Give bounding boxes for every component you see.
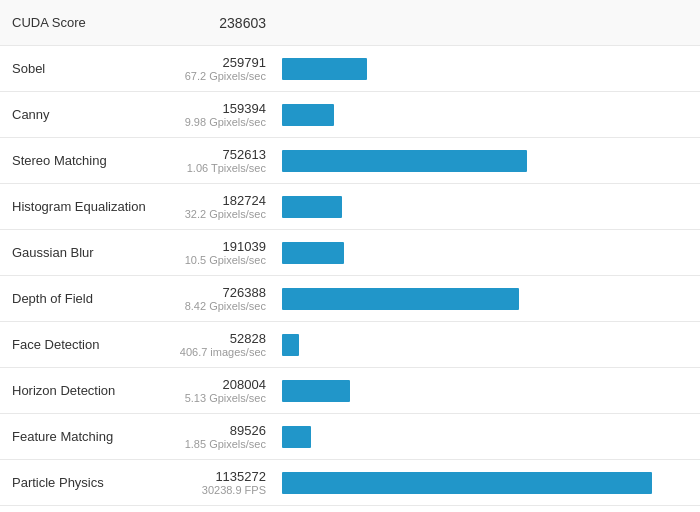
row-bar [282, 472, 652, 494]
row-face-detection: Face Detection 52828 406.7 images/sec [0, 322, 700, 368]
row-bar-container [282, 380, 688, 402]
row-score: 159394 9.98 Gpixels/sec [172, 101, 282, 128]
row-bar-container [282, 472, 688, 494]
row-bar [282, 426, 311, 448]
cuda-score-value: 238603 [172, 15, 282, 31]
row-score: 752613 1.06 Tpixels/sec [172, 147, 282, 174]
row-bar [282, 242, 344, 264]
row-label: Histogram Equalization [12, 199, 172, 214]
row-stereo-matching: Stereo Matching 752613 1.06 Tpixels/sec [0, 138, 700, 184]
row-gaussian-blur: Gaussian Blur 191039 10.5 Gpixels/sec [0, 230, 700, 276]
row-bar-container [282, 150, 688, 172]
row-bar [282, 196, 342, 218]
row-bar [282, 58, 367, 80]
row-cuda-score: CUDA Score 238603 [0, 0, 700, 46]
row-bar-container [282, 334, 688, 356]
row-score: 182724 32.2 Gpixels/sec [172, 193, 282, 220]
benchmark-table: CUDA Score 238603 Sobel 259791 67.2 Gpix… [0, 0, 700, 512]
row-label: Sobel [12, 61, 172, 76]
row-bar [282, 288, 519, 310]
row-score: 1135272 30238.9 FPS [172, 469, 282, 496]
row-particle-physics: Particle Physics 1135272 30238.9 FPS [0, 460, 700, 506]
row-bar-container [282, 242, 688, 264]
row-bar-container [282, 196, 688, 218]
row-bar-container [282, 58, 688, 80]
row-sfft: SFFT 161695 2.23 Tflops [0, 506, 700, 512]
row-sobel: Sobel 259791 67.2 Gpixels/sec [0, 46, 700, 92]
row-histogram-equalization: Histogram Equalization 182724 32.2 Gpixe… [0, 184, 700, 230]
row-label: Depth of Field [12, 291, 172, 306]
row-canny: Canny 159394 9.98 Gpixels/sec [0, 92, 700, 138]
row-bar [282, 334, 299, 356]
row-score: 89526 1.85 Gpixels/sec [172, 423, 282, 450]
cuda-score-label: CUDA Score [12, 15, 172, 30]
row-score: 208004 5.13 Gpixels/sec [172, 377, 282, 404]
row-bar [282, 150, 527, 172]
row-bar-container [282, 426, 688, 448]
row-bar-container [282, 104, 688, 126]
row-bar-container [282, 288, 688, 310]
row-label: Horizon Detection [12, 383, 172, 398]
row-label: Face Detection [12, 337, 172, 352]
row-score: 259791 67.2 Gpixels/sec [172, 55, 282, 82]
row-feature-matching: Feature Matching 89526 1.85 Gpixels/sec [0, 414, 700, 460]
row-score: 52828 406.7 images/sec [172, 331, 282, 358]
row-bar [282, 380, 350, 402]
row-score: 726388 8.42 Gpixels/sec [172, 285, 282, 312]
row-score: 191039 10.5 Gpixels/sec [172, 239, 282, 266]
row-label: Stereo Matching [12, 153, 172, 168]
row-horizon-detection: Horizon Detection 208004 5.13 Gpixels/se… [0, 368, 700, 414]
row-depth-of-field: Depth of Field 726388 8.42 Gpixels/sec [0, 276, 700, 322]
row-bar [282, 104, 334, 126]
row-label: Gaussian Blur [12, 245, 172, 260]
row-label: Canny [12, 107, 172, 122]
row-label: Feature Matching [12, 429, 172, 444]
row-label: Particle Physics [12, 475, 172, 490]
